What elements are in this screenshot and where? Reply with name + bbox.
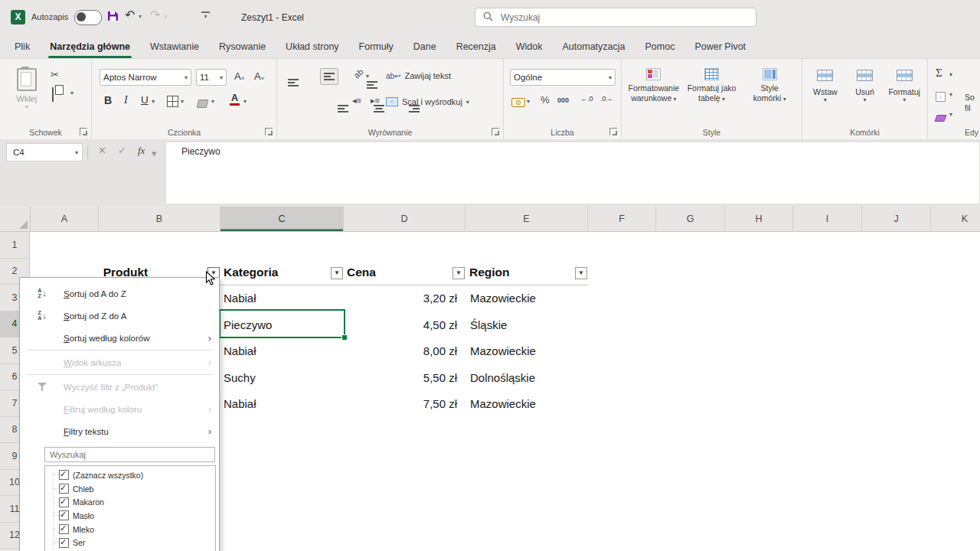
bold-button[interactable]: B (104, 94, 112, 106)
filter-checkbox-item[interactable]: Makaron (45, 495, 215, 509)
percent-style-icon[interactable]: % (541, 94, 550, 106)
decrease-font-icon[interactable]: A˅ (254, 70, 264, 82)
align-middle-icon[interactable] (320, 68, 338, 85)
undo-icon[interactable]: ↶ (125, 8, 135, 22)
customize-quick-access-icon[interactable]: ▾ (201, 11, 210, 19)
clear-dropdown-icon[interactable]: ▾ (949, 111, 952, 118)
cells-button[interactable]: Wstaw ▾ (806, 70, 844, 103)
filter-checkbox-item[interactable]: Mleko (45, 523, 215, 536)
ribbon-tab[interactable]: Recenzja (446, 34, 506, 58)
increase-font-icon[interactable]: A˄ (234, 70, 244, 82)
undo-dropdown-icon[interactable]: ▾ (139, 13, 142, 20)
number-format-combo[interactable]: Ogólne▾ (510, 69, 616, 86)
column-header[interactable]: I (793, 207, 862, 231)
comma-style-icon[interactable]: 000 (557, 96, 569, 104)
table-header-cena[interactable]: Cena (347, 262, 376, 283)
accounting-dropdown-icon[interactable]: ▾ (527, 98, 530, 105)
column-header[interactable]: D (344, 207, 466, 231)
wrap-text-button[interactable]: ab↩ Zawijaj tekst (386, 71, 451, 80)
copy-dropdown-icon[interactable]: ▾ (70, 90, 74, 96)
column-header[interactable]: H (725, 207, 793, 231)
copy-icon[interactable] (52, 88, 54, 102)
ribbon-tab[interactable]: Widok (506, 34, 553, 58)
align-center-icon[interactable] (374, 105, 384, 114)
italic-button[interactable]: I (124, 94, 128, 106)
cell-region[interactable]: Dolnośląskie (466, 371, 588, 384)
column-header[interactable]: B (99, 207, 220, 231)
checkbox[interactable] (59, 538, 69, 548)
alignment-dialog-launcher[interactable] (492, 128, 499, 135)
align-top-icon[interactable] (288, 79, 299, 88)
save-icon[interactable] (107, 10, 119, 24)
column-header[interactable]: C (220, 207, 344, 231)
autosum-icon[interactable]: Σ (936, 67, 942, 80)
font-color-dropdown-icon[interactable]: ▾ (243, 98, 247, 105)
column-header[interactable]: J (862, 207, 931, 231)
ribbon-tab[interactable]: Układ strony (276, 34, 348, 58)
filter-search-input[interactable] (44, 447, 215, 462)
accounting-format-icon[interactable] (511, 96, 525, 110)
column-header[interactable]: E (466, 207, 588, 231)
insert-function-icon[interactable]: fx (138, 145, 145, 157)
fill-handle[interactable] (341, 334, 348, 341)
search-input[interactable] (499, 11, 732, 24)
font-color-icon[interactable]: A (230, 94, 240, 106)
formula-bar-input[interactable]: Pieczywo (165, 142, 980, 204)
name-box[interactable]: C4▾ (6, 143, 83, 161)
font-name-combo[interactable]: Aptos Narrow▾ (100, 69, 191, 86)
ribbon-tab[interactable]: Rysowanie (209, 34, 276, 58)
style-button[interactable]: Formatuj jakotabelę (683, 68, 741, 104)
checkbox[interactable] (59, 510, 69, 520)
table-row[interactable]: Nabiał 8,00 zł Mazowieckie (220, 338, 588, 365)
number-dialog-launcher[interactable] (609, 128, 617, 135)
column-header[interactable]: K (931, 207, 980, 231)
borders-icon[interactable] (167, 96, 178, 110)
align-bottom-icon[interactable] (367, 79, 377, 88)
menu-item-sort-za[interactable]: ZA↓ Sortuj od Z do A (20, 305, 219, 327)
column-header[interactable]: A (31, 207, 99, 231)
cells-button[interactable]: Formatuj ▾ (885, 70, 923, 103)
increase-decimal-icon[interactable]: ←.0 (580, 95, 593, 103)
orientation-dropdown-icon[interactable]: ▾ (366, 73, 369, 80)
cell-cena[interactable]: 8,00 zł (344, 344, 466, 357)
merge-center-button[interactable]: ⇔ Scal i wyśrodkuj ▾ (386, 97, 469, 106)
cell-kategoria[interactable]: Nabiał (220, 397, 344, 410)
ribbon-tab[interactable]: Power Pivot (684, 34, 756, 58)
borders-dropdown-icon[interactable]: ▾ (181, 98, 184, 105)
row-header[interactable]: 1 (0, 232, 30, 259)
cell-region[interactable]: Śląskie (466, 318, 588, 331)
fill-dropdown-icon[interactable]: ▾ (949, 91, 952, 98)
ribbon-tab[interactable]: Pomoc (635, 34, 684, 58)
filter-button-cena[interactable]: ▼ (452, 267, 465, 279)
ribbon-tab[interactable]: Plik (5, 34, 40, 58)
clear-icon[interactable] (936, 111, 946, 125)
ribbon-tab[interactable]: Automatyzacja (553, 34, 635, 58)
decrease-indent-icon[interactable]: ◂≡ (352, 96, 361, 106)
increase-indent-icon[interactable]: ▸≡ (371, 96, 380, 106)
sort-filter-label-partial[interactable]: So (965, 93, 975, 102)
filter-checkbox-item[interactable]: Masło (45, 509, 215, 523)
select-all-corner[interactable] (0, 207, 31, 232)
decrease-decimal-icon[interactable]: .0→ (600, 95, 613, 103)
table-header-region[interactable]: Region (469, 262, 510, 283)
cell-cena[interactable]: 7,50 zł (344, 397, 466, 410)
orientation-icon[interactable]: ab (352, 67, 365, 80)
autosum-dropdown-icon[interactable]: ▾ (949, 71, 952, 78)
checkbox[interactable] (59, 470, 69, 480)
cell-cena[interactable]: 4,50 zł (344, 318, 466, 331)
column-header[interactable]: G (656, 207, 725, 231)
fx-dropdown-icon[interactable]: ▾ (152, 148, 157, 159)
menu-item-sort-by-color[interactable]: Sortuj według kolorów › (20, 327, 219, 349)
font-dialog-launcher[interactable] (265, 128, 273, 135)
cell-kategoria[interactable]: Suchy (220, 371, 344, 384)
filter-button-region[interactable]: ▼ (575, 267, 587, 279)
filter-checkbox-item[interactable]: Chleb (45, 482, 215, 496)
fill-color-dropdown-icon[interactable]: ▾ (211, 98, 214, 105)
style-button[interactable]: Formatowaniewarunkowe (625, 68, 683, 104)
checkbox[interactable] (59, 497, 69, 507)
underline-dropdown-icon[interactable]: ▾ (152, 98, 155, 105)
table-header-kategoria[interactable]: Kategoria (224, 262, 279, 283)
checkbox[interactable] (59, 524, 69, 534)
ribbon-tab[interactable]: Formuły (349, 34, 403, 58)
align-left-icon[interactable] (338, 105, 348, 114)
